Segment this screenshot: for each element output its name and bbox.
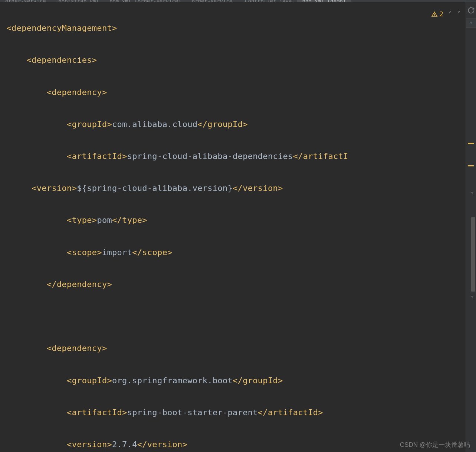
chevron-down-icon[interactable]: ˅ bbox=[471, 295, 474, 302]
d1-type: pom bbox=[97, 215, 112, 225]
code-editor[interactable]: 2 ˄ ˅ <dependencyManagement> <dependenci… bbox=[0, 2, 466, 452]
d1-scope: import bbox=[102, 248, 132, 257]
error-stripe[interactable]: ˅ ˅ bbox=[466, 2, 476, 452]
watermark-text: CSDN @你是一块番薯吗 bbox=[400, 440, 470, 449]
inspection-status: 2 ˄ ˅ bbox=[431, 10, 460, 18]
d1-artifactId: spring-cloud-alibaba-dependencies bbox=[127, 152, 293, 161]
tag-dependency-open: <dependency> bbox=[47, 344, 107, 353]
gutter-dropdown-icon[interactable] bbox=[466, 19, 476, 27]
next-highlight-icon[interactable]: ˅ bbox=[457, 10, 460, 18]
refresh-icon[interactable] bbox=[466, 2, 476, 19]
warning-count: 2 bbox=[439, 10, 443, 18]
chevron-down-icon[interactable]: ˅ bbox=[471, 191, 474, 198]
code-content[interactable]: <dependencyManagement> <dependencies> <d… bbox=[0, 4, 466, 452]
warning-marker[interactable] bbox=[468, 165, 474, 166]
tag-dependencies-open: <dependencies> bbox=[27, 55, 97, 65]
d2-groupId: org.springframework.boot bbox=[112, 376, 233, 385]
tag-dependency-close: </dependency> bbox=[47, 280, 112, 289]
d2-version: 2.7.4 bbox=[112, 440, 137, 449]
d1-groupId: com.alibaba.cloud bbox=[112, 120, 197, 129]
warning-icon[interactable]: 2 bbox=[431, 10, 443, 18]
warning-marker[interactable] bbox=[468, 143, 474, 144]
scrollbar-thumb[interactable] bbox=[471, 217, 475, 292]
tag-dependencyManagement-open: <dependencyManagement> bbox=[7, 23, 117, 33]
d1-version: ${spring-cloud-alibaba.version} bbox=[77, 183, 233, 193]
prev-highlight-icon[interactable]: ˄ bbox=[449, 10, 452, 18]
d2-artifactId: spring-boot-starter-parent bbox=[127, 408, 258, 417]
tag-dependency-open: <dependency> bbox=[47, 88, 107, 97]
